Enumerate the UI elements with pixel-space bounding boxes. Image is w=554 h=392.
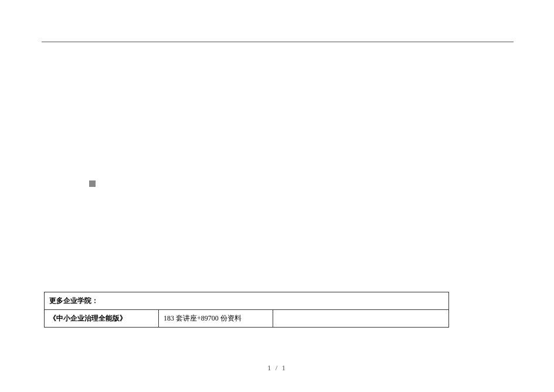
document-page: 更多企业学院： 《中小企业治理全能版》 183 套讲座+89700 份资料 1 … (0, 0, 554, 392)
table-header-cell: 更多企业学院： (45, 292, 449, 310)
table-row: 《中小企业治理全能版》 183 套讲座+89700 份资料 (45, 310, 449, 328)
header-rule (42, 42, 514, 42)
resource-table: 更多企业学院： 《中小企业治理全能版》 183 套讲座+89700 份资料 (44, 292, 449, 328)
course-extra-cell (273, 310, 449, 328)
bullet-icon (89, 180, 96, 187)
course-title-cell: 《中小企业治理全能版》 (45, 310, 159, 328)
course-detail-cell: 183 套讲座+89700 份资料 (159, 310, 273, 328)
page-number: 1 / 1 (0, 363, 554, 373)
table-header-row: 更多企业学院： (45, 292, 449, 310)
